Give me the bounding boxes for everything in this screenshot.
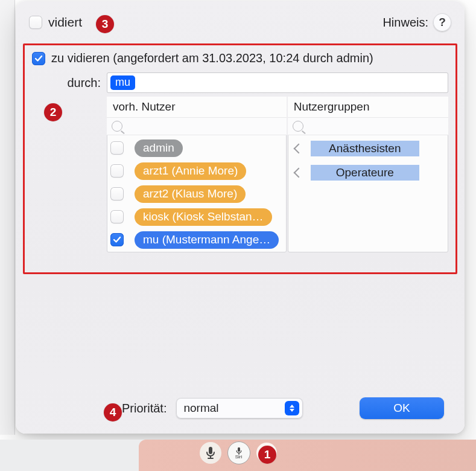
user-pill: arzt1 (Annie More) (135, 162, 246, 180)
groups-header: Nutzergruppen (288, 97, 448, 117)
user-pill: admin (135, 139, 183, 157)
priority-value: normal (183, 402, 218, 415)
durch-token[interactable]: mu (110, 75, 135, 90)
user-pill: mu (Mustermann Ange… (135, 231, 279, 249)
user-checkbox[interactable] (110, 233, 124, 246)
hinweis-label: Hinweis: (382, 16, 428, 30)
groups-column: Nutzergruppen AnästhesistenOperateure (288, 97, 448, 252)
svg-rect-0 (209, 447, 212, 454)
user-item[interactable]: arzt2 (Klaus More) (110, 185, 283, 203)
annotation-2: 2 (44, 103, 62, 121)
user-checkbox[interactable] (110, 187, 124, 200)
vidieren-dialog: vidiert Hinweis: ? zu vidieren (angeford… (16, 1, 465, 434)
users-search[interactable] (107, 117, 287, 135)
search-icon (293, 121, 303, 132)
microphone-icon (205, 446, 216, 460)
bottom-bar: Siri (0, 435, 476, 471)
user-checkbox[interactable] (110, 210, 124, 223)
groups-list-body: AnästhesistenOperateure (288, 135, 448, 186)
durch-row: durch: mu (32, 72, 448, 93)
priority-label: Priorität: (122, 402, 167, 415)
chevron-left-icon (293, 168, 303, 178)
group-item[interactable]: Operateure (291, 163, 445, 182)
vidiert-checkbox[interactable] (29, 16, 42, 29)
durch-input[interactable]: mu (107, 72, 448, 93)
search-icon (112, 121, 122, 132)
user-checkbox[interactable] (110, 164, 124, 178)
groups-search[interactable] (288, 117, 448, 135)
user-pill: kiosk (Kiosk Selbstan… (135, 208, 272, 226)
user-checkbox[interactable] (110, 141, 124, 155)
priority-row: Priorität: normal OK (16, 396, 465, 420)
user-item[interactable]: mu (Mustermann Ange… (110, 231, 283, 249)
user-pill: arzt2 (Klaus More) (135, 185, 246, 203)
vidiert-label: vidiert (48, 15, 82, 30)
group-badge: Operateure (311, 165, 419, 181)
zu-vidieren-checkbox[interactable] (32, 52, 45, 65)
chevron-left-icon (293, 144, 303, 154)
annotation-3: 3 (96, 15, 114, 33)
group-item[interactable]: Anästhesisten (291, 139, 445, 158)
zu-vidieren-label: zu vidieren (angefordert am 31.03.2023, … (51, 51, 373, 65)
annotation-1: 1 (258, 446, 276, 464)
top-row: vidiert Hinweis: ? (29, 12, 451, 33)
lists-row: vorh. Nutzer adminarzt1 (Annie More)arzt… (107, 97, 448, 252)
users-column: vorh. Nutzer adminarzt1 (Annie More)arzt… (107, 97, 287, 252)
help-button[interactable]: ? (433, 13, 451, 31)
durch-label: durch: (32, 76, 107, 90)
priority-select[interactable]: normal (176, 398, 303, 418)
users-header: vorh. Nutzer (107, 97, 287, 117)
obscured-background (0, 0, 15, 435)
user-item[interactable]: admin (110, 139, 283, 157)
siri-label: Siri (235, 454, 243, 460)
siri-dictation-button[interactable]: Siri (227, 441, 250, 464)
annotation-4: 4 (104, 403, 122, 421)
svg-rect-3 (238, 447, 240, 452)
users-list-body: adminarzt1 (Annie More)arzt2 (Klaus More… (107, 135, 287, 252)
user-item[interactable]: kiosk (Kiosk Selbstan… (110, 208, 283, 226)
ok-button[interactable]: OK (360, 397, 444, 419)
group-badge: Anästhesisten (311, 141, 419, 156)
zu-vidieren-section: zu vidieren (angefordert am 31.03.2023, … (23, 43, 457, 274)
select-arrows-icon (285, 401, 299, 415)
user-item[interactable]: arzt1 (Annie More) (110, 162, 283, 180)
microphone-button[interactable] (200, 442, 221, 464)
zu-vidieren-row: zu vidieren (angefordert am 31.03.2023, … (32, 51, 448, 65)
